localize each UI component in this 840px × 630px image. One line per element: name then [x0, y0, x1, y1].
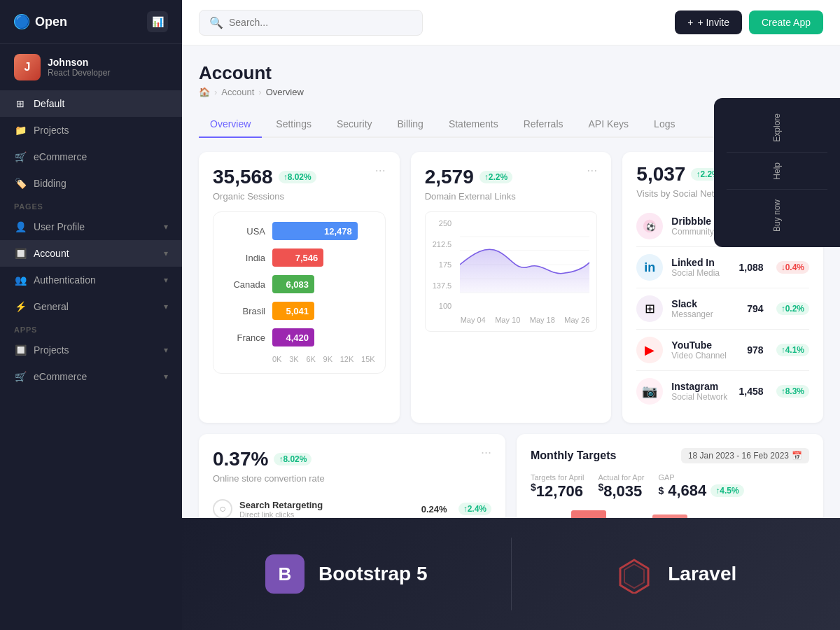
apps-section-label: APPS — [0, 320, 182, 337]
more-options-icon[interactable]: ··· — [587, 163, 597, 178]
promo-bootstrap: B Bootstrap 5 — [182, 538, 512, 610]
retarget-name: Search Retargeting — [239, 500, 414, 510]
tab-referrals[interactable]: Referrals — [512, 111, 575, 138]
apps-projects-icon: 🔲 — [14, 344, 27, 356]
search-box[interactable]: 🔍 — [199, 10, 423, 36]
bar-row: India 7,546 — [223, 248, 375, 267]
breadcrumb-current: Overview — [266, 87, 304, 97]
search-icon: 🔍 — [209, 16, 223, 29]
auth-icon: 👥 — [14, 274, 27, 286]
sidebar-item-ecommerce[interactable]: 🛒 eCommerce — [0, 144, 182, 170]
chevron-down-icon: ▾ — [164, 372, 168, 382]
sidebar-item-apps-projects[interactable]: 🔲 Projects ▾ — [0, 337, 182, 363]
youtube-name: YouTube — [671, 340, 738, 351]
page-header: Account 🏠 › Account › Overview — [199, 62, 823, 97]
sidebar-item-bidding[interactable]: 🏷️ Bidding — [0, 170, 182, 197]
invite-button[interactable]: + + Invite — [675, 10, 742, 34]
bar-label: Canada — [223, 279, 265, 290]
social-row-instagram: 📷 Instagram Social Network 1,458 ↑8.3% — [636, 371, 809, 412]
linkedin-type: Social Media — [671, 268, 730, 278]
bar-row: Brasil 5,041 — [223, 302, 375, 320]
youtube-info: YouTube Video Channel — [671, 340, 738, 360]
retarget-pct: 0.24% — [421, 504, 447, 514]
main-content: 🔍 + + Invite Create App Account 🏠 › Acco… — [182, 0, 840, 630]
app-logo[interactable]: 🔵 Open — [14, 14, 67, 29]
actual-value: Actual for Apr $8,035 — [598, 473, 644, 500]
create-app-button[interactable]: Create App — [749, 10, 823, 34]
instagram-icon: 📷 — [636, 378, 663, 405]
tab-logs[interactable]: Logs — [643, 111, 686, 138]
more-options-icon[interactable]: ··· — [375, 163, 386, 178]
breadcrumb-section[interactable]: Account — [221, 87, 254, 97]
topbar: 🔍 + + Invite Create App — [182, 0, 840, 46]
tab-overview[interactable]: Overview — [199, 111, 262, 138]
invite-icon: + — [687, 17, 693, 28]
sidebar-item-apps-ecommerce[interactable]: 🛒 eCommerce ▾ — [0, 363, 182, 390]
sidebar-item-label: Default — [34, 98, 168, 109]
social-row-linkedin: in Linked In Social Media 1,088 ↓0.4% — [636, 247, 809, 288]
sidebar-item-authentication[interactable]: 👥 Authentication ▾ — [0, 267, 182, 293]
conversion-badge: ↑8.02% — [274, 453, 312, 465]
linkedin-name: Linked In — [671, 257, 730, 268]
sidebar-chart-button[interactable]: 📊 — [147, 11, 168, 32]
line-chart-svg — [460, 219, 589, 310]
explore-button[interactable]: Explore — [766, 105, 788, 150]
logo-icon: 🔵 — [14, 14, 29, 29]
sidebar-item-projects[interactable]: 📁 Projects — [0, 117, 182, 144]
calendar-icon: 📅 — [792, 451, 802, 461]
bar-row: France 4,420 — [223, 328, 375, 346]
stat-organic: 35,568 ↑8.02% Organic Sessions ··· USA 1… — [199, 152, 400, 423]
promo-laravel: Laravel — [512, 538, 841, 610]
ecommerce-icon: 🛒 — [14, 150, 27, 163]
gap-value: GAP $4,684 ↑4.5% — [658, 473, 743, 500]
sidebar-item-label: Account — [34, 248, 157, 259]
sidebar-item-label: General — [34, 301, 157, 312]
user-profile-icon: 👤 — [14, 220, 27, 233]
bar-track: 7,546 — [272, 248, 375, 267]
tab-settings[interactable]: Settings — [265, 111, 323, 138]
sidebar-item-default[interactable]: ⊞ Default — [0, 90, 182, 117]
slack-name: Slack — [671, 298, 738, 309]
tab-billing[interactable]: Billing — [386, 111, 435, 138]
tab-api-keys[interactable]: API Keys — [578, 111, 640, 138]
retarget-badge: ↑2.4% — [458, 503, 491, 515]
instagram-info: Instagram Social Network — [671, 381, 730, 402]
chevron-down-icon: ▾ — [164, 302, 168, 312]
linkedin-icon: in — [636, 254, 663, 281]
help-button[interactable]: Help — [766, 154, 788, 188]
dribbble-icon: ⚽ — [636, 213, 663, 239]
tab-statements[interactable]: Statements — [438, 111, 510, 138]
bar-label: India — [223, 253, 265, 263]
sidebar-item-label: Projects — [34, 125, 168, 136]
chevron-down-icon: ▾ — [164, 345, 168, 355]
bar-label: France — [223, 332, 265, 343]
svg-text:⚽: ⚽ — [646, 222, 656, 232]
instagram-type: Social Network — [671, 392, 730, 402]
bar-track: 6,083 — [272, 275, 375, 293]
user-section: J Johnson React Developer — [0, 44, 182, 90]
stat-domain: 2,579 ↑2.2% Domain External Links ··· 25… — [411, 152, 612, 423]
retarget-info: Search Retargeting Direct link clicks — [239, 500, 414, 519]
social-row-slack: ⊞ Slack Messanger 794 ↑0.2% — [636, 288, 809, 330]
bar-fill-usa: 12,478 — [272, 222, 358, 240]
domain-badge: ↑2.2% — [479, 171, 512, 183]
organic-number: 35,568 ↑8.02% — [213, 166, 316, 188]
search-input[interactable] — [229, 17, 412, 28]
sidebar-header: 🔵 Open 📊 — [0, 0, 182, 44]
home-icon[interactable]: 🏠 — [199, 87, 210, 97]
tab-security[interactable]: Security — [326, 111, 384, 138]
buy-now-button[interactable]: Buy now — [766, 191, 788, 240]
linkedin-value: 1,088 — [739, 262, 764, 273]
conversion-label: Online store convertion rate — [213, 473, 325, 484]
sidebar-item-general[interactable]: ⚡ General ▾ — [0, 293, 182, 320]
chevron-down-icon: ▾ — [164, 275, 168, 285]
chevron-down-icon: ▾ — [164, 248, 168, 258]
bootstrap-text: Bootstrap 5 — [318, 563, 428, 585]
general-icon: ⚡ — [14, 300, 27, 313]
sidebar-item-account[interactable]: 🔲 Account ▾ — [0, 240, 182, 267]
more-options-icon[interactable]: ··· — [481, 445, 491, 460]
laravel-logo — [615, 554, 654, 594]
sidebar-item-user-profile[interactable]: 👤 User Profile ▾ — [0, 214, 182, 240]
monthly-title: Monthly Targets — [531, 449, 616, 462]
gap-badge: ↑4.5% — [710, 484, 743, 497]
